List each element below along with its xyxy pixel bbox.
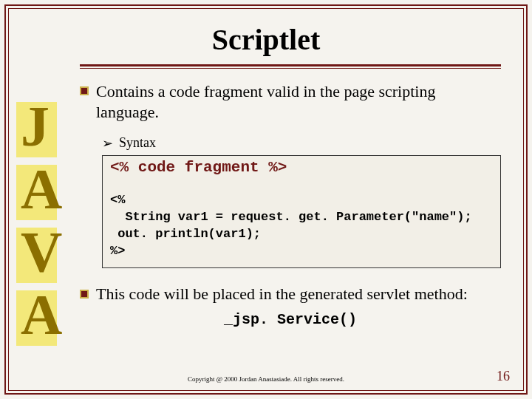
inner-frame: Scriptlet J A V A Contains a code fragme…	[8, 8, 524, 391]
syntax-row: ➢ Syntax	[102, 135, 501, 151]
java-sidebar: J A V A	[9, 98, 75, 346]
copyright-text: Copyright @ 2000 Jordan Anastasiade. All…	[9, 375, 523, 383]
code-box: <% code fragment %> <% String var1 = req…	[102, 155, 501, 268]
square-bullet-icon	[80, 290, 89, 299]
bullet-1-text: Contains a code fragment valid in the pa…	[96, 81, 501, 122]
bullet-item-2: This code will be placed in the generate…	[80, 284, 501, 304]
page-number: 16	[497, 369, 510, 384]
java-letter-a2: A	[16, 286, 64, 349]
square-bullet-icon	[80, 86, 89, 95]
example-code: <% String var1 = request. get. Parameter…	[110, 192, 493, 260]
outer-frame: Scriptlet J A V A Contains a code fragme…	[4, 4, 528, 395]
servlet-method: _jsp. Service()	[80, 311, 501, 328]
syntax-sublist: ➢ Syntax	[102, 135, 501, 151]
syntax-code: <% code fragment %>	[110, 159, 493, 176]
java-letter-j: J	[16, 98, 64, 160]
arrow-bullet-icon: ➢	[102, 137, 113, 150]
java-letter-v: V	[16, 223, 64, 286]
title-rule-thin	[80, 68, 501, 69]
java-letter-a1: A	[16, 160, 64, 223]
content-area: Contains a code fragment valid in the pa…	[80, 81, 501, 328]
bullet-2-text: This code will be placed in the generate…	[96, 284, 468, 304]
title-rule-thick	[80, 64, 501, 66]
bullet-item-1: Contains a code fragment valid in the pa…	[80, 81, 501, 122]
syntax-label: Syntax	[119, 135, 156, 151]
slide-title: Scriptlet	[9, 22, 523, 57]
